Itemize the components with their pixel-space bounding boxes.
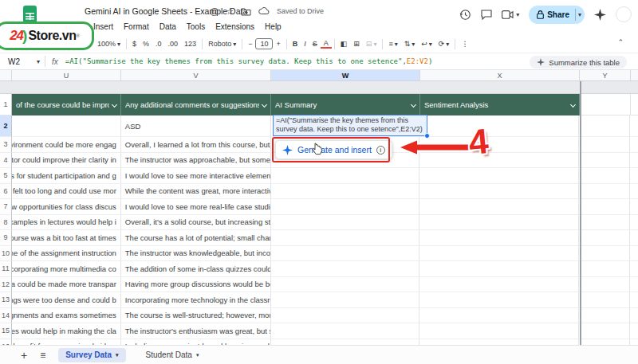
row-number[interactable]: 9: [0, 230, 12, 246]
format-currency-button[interactable]: $: [129, 40, 140, 48]
table-cell[interactable]: The course is well-structured; however, …: [121, 308, 271, 324]
table-cell[interactable]: [579, 308, 630, 324]
editing-cell-w2[interactable]: =AI("Summarise the key themes from this …: [273, 115, 427, 136]
menu-help[interactable]: Help: [265, 22, 282, 31]
table-cell[interactable]: [630, 137, 638, 153]
row-number[interactable]: 1: [0, 94, 12, 115]
table-cell[interactable]: Including more project-based learning wo…: [121, 339, 271, 346]
formula-input[interactable]: =AI("Summarise the key themes from this …: [65, 57, 433, 65]
decrease-font-size-button[interactable]: −: [245, 40, 255, 48]
table-cell[interactable]: [271, 168, 420, 184]
text-rotation-icon[interactable]: ⟳▾: [435, 40, 453, 48]
sheets-logo-icon[interactable]: [23, 6, 37, 23]
borders-icon[interactable]: ⊞: [350, 40, 363, 48]
merge-cells-icon[interactable]: ⊟▾: [363, 40, 380, 48]
table-cell[interactable]: [271, 308, 420, 324]
row-number[interactable]: 10: [0, 246, 12, 262]
table-cell[interactable]: Having more group discussions would be b…: [121, 277, 271, 293]
more-formats-button[interactable]: 123: [181, 40, 199, 48]
row-number[interactable]: 12: [0, 277, 12, 293]
table-cell[interactable]: [630, 199, 638, 215]
move-folder-icon[interactable]: [241, 7, 251, 16]
table-cell[interactable]: [271, 292, 420, 308]
table-cell[interactable]: [579, 215, 630, 231]
table-cell[interactable]: [271, 199, 420, 215]
table-cell[interactable]: [630, 246, 638, 262]
table-cell[interactable]: [271, 261, 420, 277]
chevron-down-icon[interactable]: [570, 102, 576, 108]
tab-student-data[interactable]: Student Data▾: [139, 348, 207, 362]
row-number[interactable]: 2: [0, 115, 12, 137]
table-cell[interactable]: The addition of some in-class quizzes co…: [121, 261, 271, 277]
table-cell[interactable]: [579, 292, 630, 308]
table-cell[interactable]: [419, 292, 579, 308]
table-cell[interactable]: [419, 115, 579, 137]
table-cell[interactable]: [271, 323, 420, 339]
row-number[interactable]: 6: [0, 184, 12, 200]
row-number[interactable]: 15: [0, 323, 12, 339]
table-cell[interactable]: [579, 115, 630, 137]
increase-font-size-button[interactable]: +: [273, 40, 283, 48]
share-dropdown-icon[interactable]: ▾: [578, 11, 581, 18]
table-cell[interactable]: [271, 277, 420, 293]
table-cell[interactable]: I would love to see more interactive ele…: [121, 168, 271, 184]
increase-decimal-button[interactable]: .00: [165, 40, 182, 48]
table-cell[interactable]: [271, 339, 420, 346]
table-cell[interactable]: [579, 230, 630, 246]
row-number[interactable]: 7: [0, 199, 12, 215]
table-cell[interactable]: [579, 323, 630, 339]
header-cell-x[interactable]: Sentiment Analysis: [420, 94, 580, 115]
table-cell[interactable]: adings were too dense and could b: [12, 292, 121, 308]
table-cell[interactable]: [419, 261, 579, 277]
column-header-x[interactable]: X: [420, 70, 580, 80]
table-cell[interactable]: Overall, it's a solid course, but increa…: [121, 215, 271, 231]
header-cell-w[interactable]: AI Summary: [271, 94, 420, 115]
text-wrap-icon[interactable]: ↩▾: [418, 40, 435, 48]
table-cell[interactable]: [630, 261, 638, 277]
row-number[interactable]: 5: [0, 168, 12, 184]
table-cell[interactable]: [271, 184, 420, 200]
table-cell[interactable]: The instructor was approachable, but som…: [121, 153, 271, 169]
table-cell[interactable]: While the content was great, more intera…: [121, 184, 271, 200]
table-cell[interactable]: [579, 199, 630, 215]
menu-insert[interactable]: Insert: [93, 22, 113, 31]
name-box[interactable]: W2▾: [0, 57, 45, 66]
table-cell[interactable]: [630, 339, 638, 346]
table-cell[interactable]: [630, 115, 638, 137]
row-number[interactable]: 16: [0, 339, 12, 346]
table-cell[interactable]: ome of the assignment instruction: [12, 246, 121, 262]
table-cell[interactable]: [630, 153, 638, 169]
strikethrough-button[interactable]: S: [309, 40, 321, 48]
table-cell[interactable]: d examples in lectures would help i: [12, 215, 121, 231]
menu-extensions[interactable]: Extensions: [215, 22, 254, 31]
table-cell[interactable]: [271, 230, 420, 246]
all-sheets-icon[interactable]: ≡: [40, 350, 45, 361]
more-toolbar-icon[interactable]: ⋮: [458, 40, 471, 48]
table-cell[interactable]: uctor could improve their clarity in: [12, 153, 121, 169]
table-cell[interactable]: [12, 115, 121, 137]
menu-data[interactable]: Data: [160, 22, 176, 31]
zoom-select[interactable]: 100%▾: [94, 40, 124, 48]
table-cell[interactable]: [630, 292, 638, 308]
column-header-v[interactable]: V: [121, 70, 271, 80]
font-select[interactable]: Roboto▾: [205, 40, 239, 48]
gemini-sparkle-icon[interactable]: [594, 9, 606, 21]
table-cell[interactable]: [579, 168, 630, 184]
table-cell[interactable]: [419, 168, 579, 184]
bold-button[interactable]: B: [289, 40, 301, 48]
table-cell[interactable]: [419, 339, 579, 346]
table-cell[interactable]: [419, 308, 579, 324]
table-cell[interactable]: iteria could be made more transpar: [12, 277, 121, 293]
text-color-button[interactable]: A: [321, 40, 332, 49]
user-avatar[interactable]: [616, 6, 632, 22]
table-cell[interactable]: [630, 323, 638, 339]
row-number[interactable]: 11: [0, 261, 12, 277]
tab-menu-icon[interactable]: ▾: [196, 352, 199, 358]
header-cell-v[interactable]: Any additional comments or suggestions?: [121, 94, 271, 115]
row-number[interactable]: 14: [0, 308, 12, 324]
table-cell[interactable]: The course has a lot of potential; small…: [121, 230, 271, 246]
table-cell[interactable]: I would love to see more real-life case …: [121, 199, 271, 215]
column-header-w[interactable]: W: [271, 70, 420, 80]
table-cell[interactable]: uld benefit from more visual aids a: [12, 339, 121, 346]
tab-menu-icon[interactable]: ▾: [116, 352, 119, 358]
